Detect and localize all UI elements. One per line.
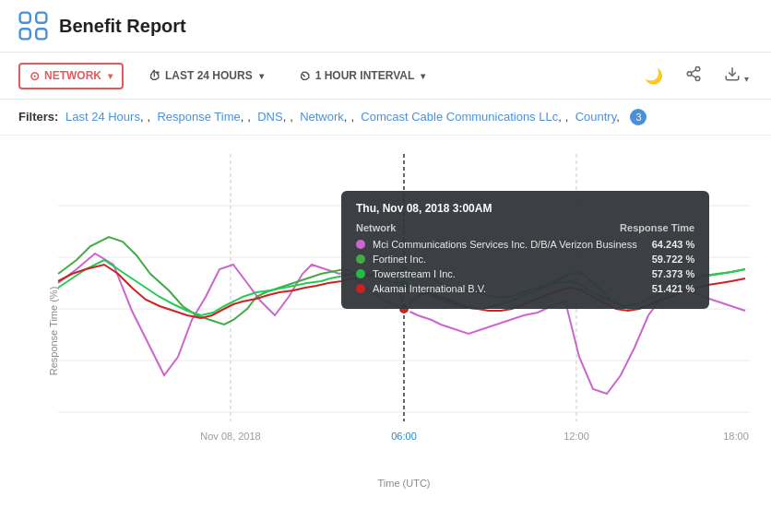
- filter-last-24h[interactable]: Last 24 Hours: [65, 110, 148, 124]
- timer-icon: ⏲: [299, 69, 311, 83]
- toolbar: ⊙ NETWORK ▾ ⏱ LAST 24 HOURS ▾ ⏲ 1 HOUR I…: [0, 53, 771, 100]
- page-title: Benefit Report: [59, 16, 186, 37]
- network-icon: ⊙: [30, 69, 40, 83]
- time-range-caret-icon: ▾: [259, 71, 264, 81]
- share-icon[interactable]: [682, 62, 706, 89]
- toolbar-right: 🌙 ▾: [641, 62, 753, 89]
- svg-point-4: [695, 67, 700, 72]
- interval-label: 1 HOUR INTERVAL: [315, 69, 415, 82]
- interval-button[interactable]: ⏲ 1 HOUR INTERVAL ▾: [289, 64, 436, 89]
- svg-rect-1: [36, 13, 46, 23]
- chart-svg: 0.0 20 40 60 80 Nov 08, 2018 06:00 12:00…: [55, 154, 753, 467]
- network-caret-icon: ▾: [108, 71, 113, 81]
- logo-icon: [18, 11, 48, 41]
- svg-point-28: [398, 264, 409, 275]
- network-button[interactable]: ⊙ NETWORK ▾: [18, 63, 124, 89]
- interval-caret-icon: ▾: [421, 71, 425, 81]
- filter-badge: 3: [630, 109, 646, 125]
- network-label: NETWORK: [44, 69, 101, 82]
- svg-point-6: [695, 77, 700, 81]
- svg-point-29: [398, 279, 409, 290]
- clock-icon: ⏱: [148, 69, 160, 83]
- header: Benefit Report: [0, 0, 771, 53]
- svg-text:06:00: 06:00: [391, 431, 417, 442]
- svg-rect-2: [20, 29, 30, 39]
- download-icon[interactable]: ▾: [720, 62, 753, 89]
- chart-wrapper: 0.0 20 40 60 80 Nov 08, 2018 06:00 12:00…: [55, 154, 753, 470]
- svg-line-7: [691, 75, 695, 77]
- svg-text:18:00: 18:00: [723, 431, 749, 442]
- time-range-label: LAST 24 HOURS: [165, 69, 253, 82]
- svg-point-30: [398, 303, 409, 314]
- filter-response-time[interactable]: Response Time: [157, 110, 247, 124]
- moon-icon[interactable]: 🌙: [641, 64, 667, 89]
- filter-network[interactable]: Network: [300, 110, 350, 124]
- svg-point-5: [687, 72, 692, 77]
- filter-dns[interactable]: DNS: [257, 110, 290, 124]
- svg-rect-3: [36, 29, 46, 39]
- filters-label: Filters:: [18, 110, 58, 124]
- svg-rect-0: [20, 13, 30, 23]
- filter-comcast[interactable]: Comcast Cable Communications LLc: [361, 110, 565, 124]
- chart-area: Response Time (%) 0.0 20 40 60 80 Nov 08…: [0, 136, 771, 526]
- filters-bar: Filters: Last 24 Hours, Response Time, D…: [0, 100, 771, 136]
- time-range-button[interactable]: ⏱ LAST 24 HOURS ▾: [138, 64, 274, 89]
- svg-text:12:00: 12:00: [563, 431, 589, 442]
- svg-text:Nov 08, 2018: Nov 08, 2018: [200, 431, 260, 442]
- x-axis-label: Time (UTC): [55, 478, 753, 489]
- filter-country[interactable]: Country: [575, 110, 623, 124]
- svg-line-8: [691, 70, 695, 73]
